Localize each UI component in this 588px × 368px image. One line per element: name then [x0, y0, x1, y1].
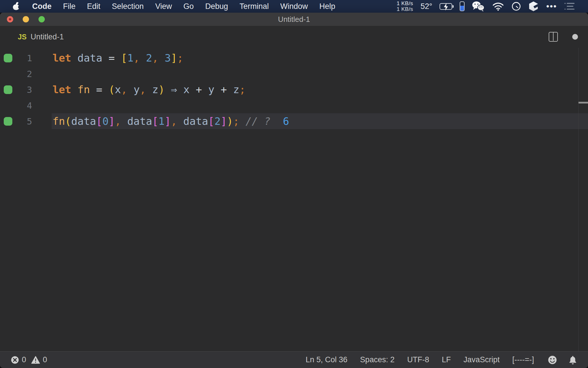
encoding[interactable]: UTF-8	[407, 355, 429, 364]
language-mode[interactable]: JavaScript	[463, 355, 500, 364]
extension-indicator[interactable]: [----=-]	[512, 355, 534, 364]
network-speed-indicator[interactable]: 1 KB/s 1 KB/s	[396, 1, 413, 12]
ellipsis-icon[interactable]: •••	[546, 0, 557, 13]
code-token-plain	[177, 115, 183, 127]
code-token-br1: )	[158, 84, 165, 95]
code-token-num: 1	[158, 115, 165, 127]
menu-item-view[interactable]: View	[155, 2, 172, 11]
code-line[interactable]: 1let data = [1, 2, 3];	[0, 50, 588, 66]
code-token-plain	[189, 84, 196, 95]
macos-menu-bar: Code File Edit Selection View Go Debug T…	[0, 0, 588, 13]
overview-ruler-border	[578, 48, 579, 351]
code-token-plain	[146, 84, 152, 95]
code-token-op: +	[221, 84, 227, 95]
feedback-smiley-icon[interactable]	[548, 355, 557, 365]
box-icon[interactable]	[528, 1, 539, 12]
gutter[interactable]: 5	[0, 113, 53, 129]
code-token-plain	[227, 84, 233, 95]
code-token-op: =	[96, 84, 102, 95]
code-token-br1: ]	[171, 52, 177, 64]
code-token-kw: let	[53, 84, 71, 95]
error-icon	[11, 356, 19, 364]
javascript-file-icon: JS	[18, 33, 27, 41]
code-text: let data = [1, 2, 3];	[53, 52, 183, 64]
clock-icon[interactable]	[512, 2, 521, 11]
code-token-var: y	[134, 84, 140, 95]
battery-charging-icon[interactable]	[440, 3, 452, 10]
quokka-coverage-square	[4, 117, 12, 126]
gutter[interactable]: 1	[0, 50, 53, 66]
apple-logo-icon[interactable]	[13, 2, 20, 10]
code-line[interactable]: 4	[0, 97, 588, 113]
code-token-fn: fn	[53, 115, 65, 127]
code-token-plain	[127, 84, 134, 95]
close-button[interactable]	[7, 16, 13, 22]
code-token-var: data	[78, 52, 102, 64]
menu-item-go[interactable]: Go	[183, 2, 194, 11]
minimize-button[interactable]	[23, 16, 29, 22]
code-token-plain	[71, 52, 78, 64]
code-token-plain	[102, 52, 109, 64]
code-area: 1let data = [1, 2, 3];23let fn = (x, y, …	[0, 50, 588, 129]
code-line[interactable]: 2	[0, 66, 588, 82]
code-token-br2: [	[208, 115, 214, 127]
code-token-plain	[71, 84, 78, 95]
gutter[interactable]: 2	[0, 66, 53, 82]
menu-item-selection[interactable]: Selection	[112, 2, 144, 11]
code-token-op: =	[109, 52, 115, 64]
list-icon[interactable]	[564, 2, 575, 10]
code-token-var: z	[233, 84, 239, 95]
code-token-br2: [	[152, 115, 158, 127]
code-token-punct: ,	[152, 52, 158, 64]
code-line[interactable]: 5fn(data[0], data[1], data[2]); // ? 6	[0, 113, 588, 129]
split-editor-icon[interactable]	[549, 32, 558, 42]
code-token-punct: ,	[115, 115, 121, 127]
code-token-plain	[140, 52, 146, 64]
code-editor[interactable]: 1let data = [1, 2, 3];23let fn = (x, y, …	[0, 48, 588, 351]
notifications-bell-icon[interactable]	[568, 355, 577, 365]
code-token-plain	[102, 84, 109, 95]
battery-level-pill-icon[interactable]	[460, 1, 465, 11]
code-token-var: x	[183, 84, 189, 95]
code-token-plain	[90, 84, 96, 95]
dirty-dot-icon[interactable]	[572, 34, 578, 40]
vscode-window: Untitled-1 JS Untitled-1 1let data = [1,…	[0, 13, 588, 368]
temperature-label[interactable]: 52°	[421, 2, 432, 11]
code-token-kw: let	[53, 52, 71, 64]
code-token-fn: fn	[78, 84, 90, 95]
zoom-button[interactable]	[38, 16, 45, 22]
eol-sequence[interactable]: LF	[442, 355, 451, 364]
code-token-var: z	[152, 84, 158, 95]
code-token-br1: (	[65, 115, 71, 127]
quokka-coverage-square	[4, 54, 12, 62]
code-line[interactable]: 3let fn = (x, y, z) ⇒ x + y + z;	[0, 82, 588, 97]
wifi-icon[interactable]	[492, 2, 504, 11]
menu-item-debug[interactable]: Debug	[205, 2, 228, 11]
code-token-plain	[115, 52, 121, 64]
code-token-br1: (	[109, 84, 115, 95]
code-token-var: data	[183, 115, 208, 127]
code-token-punct: ;	[233, 115, 239, 127]
cursor-position[interactable]: Ln 5, Col 36	[306, 355, 348, 364]
wechat-icon[interactable]	[472, 1, 485, 12]
code-token-plain	[239, 115, 245, 127]
menu-item-code[interactable]: Code	[32, 2, 52, 11]
overview-ruler-marker	[579, 102, 588, 103]
code-token-num: 2	[214, 115, 221, 127]
menu-item-edit[interactable]: Edit	[87, 2, 100, 11]
code-token-var: data	[71, 115, 96, 127]
problems-button[interactable]: 0 0	[11, 355, 47, 364]
indentation[interactable]: Spaces: 2	[360, 355, 394, 364]
menu-item-terminal[interactable]: Terminal	[239, 2, 269, 11]
code-token-plain	[177, 84, 183, 95]
code-token-op: +	[196, 84, 202, 95]
gutter[interactable]: 3	[0, 82, 53, 97]
net-up-label: 1 KB/s	[396, 1, 413, 6]
window-title-bar[interactable]: Untitled-1	[0, 13, 588, 26]
code-token-num: 1	[127, 52, 134, 64]
menu-item-window[interactable]: Window	[280, 2, 308, 11]
menu-item-help[interactable]: Help	[319, 2, 335, 11]
menu-item-file[interactable]: File	[63, 2, 76, 11]
tab-untitled-1[interactable]: Untitled-1	[31, 32, 64, 41]
gutter[interactable]: 4	[0, 97, 53, 113]
